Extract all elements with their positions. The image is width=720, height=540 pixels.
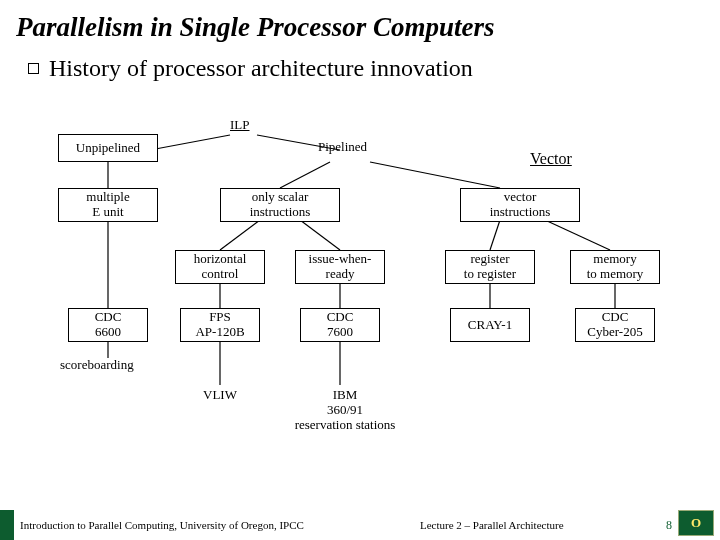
footer: Introduction to Parallel Computing, Univ… <box>0 510 720 540</box>
txt: Cyber-205 <box>587 325 642 340</box>
txt: horizontal <box>194 252 247 267</box>
subtitle-row: History of processor architecture innova… <box>0 47 720 82</box>
page-number: 8 <box>666 518 672 533</box>
txt: instructions <box>250 205 311 220</box>
svg-line-7 <box>490 220 500 250</box>
node-cdc-6600: CDC 6600 <box>68 308 148 342</box>
svg-line-3 <box>280 162 330 188</box>
node-pipelined: Pipelined <box>318 140 367 155</box>
node-vector: Vector <box>530 150 572 168</box>
txt: CRAY-1 <box>468 318 512 333</box>
footer-mid-text: Lecture 2 – Parallel Architecture <box>420 519 564 531</box>
txt: multiple <box>86 190 129 205</box>
node-fps-ap120b: FPS AP-120B <box>180 308 260 342</box>
txt: instructions <box>490 205 551 220</box>
node-issue-when-ready: issue-when- ready <box>295 250 385 284</box>
node-memory-to-memory: memory to memory <box>570 250 660 284</box>
txt: reservation stations <box>280 418 410 433</box>
txt: CDC <box>602 310 629 325</box>
txt: FPS <box>209 310 231 325</box>
svg-line-6 <box>300 220 340 250</box>
node-cdc-cyber205: CDC Cyber-205 <box>575 308 655 342</box>
node-only-scalar: only scalar instructions <box>220 188 340 222</box>
txt: 360/91 <box>280 403 410 418</box>
node-register-to-register: register to register <box>445 250 535 284</box>
slide-title: Parallelism in Single Processor Computer… <box>0 0 720 47</box>
uo-logo-icon: O <box>678 510 714 536</box>
txt: AP-120B <box>195 325 244 340</box>
node-vector-instr: vector instructions <box>460 188 580 222</box>
txt: to register <box>464 267 516 282</box>
txt: 7600 <box>327 325 353 340</box>
node-vliw: VLIW <box>203 388 237 403</box>
node-ibm-360-91: IBM 360/91 reservation stations <box>280 388 410 433</box>
node-unpipelined: Unpipelined <box>58 134 158 162</box>
diagram: ILP Unpipelined Pipelined Vector multipl… <box>0 110 720 480</box>
txt: memory <box>593 252 636 267</box>
node-cdc-7600: CDC 7600 <box>300 308 380 342</box>
txt: 6600 <box>95 325 121 340</box>
txt: to memory <box>587 267 644 282</box>
txt: issue-when- <box>309 252 372 267</box>
node-multiple-eunit: multiple E unit <box>58 188 158 222</box>
node-horizontal-control: horizontal control <box>175 250 265 284</box>
subtitle: History of processor architecture innova… <box>49 55 473 82</box>
svg-line-0 <box>150 135 230 150</box>
txt: register <box>471 252 510 267</box>
txt: ready <box>326 267 355 282</box>
node-cray-1: CRAY-1 <box>450 308 530 342</box>
txt: E unit <box>92 205 123 220</box>
txt: CDC <box>327 310 354 325</box>
node-scoreboarding: scoreboarding <box>60 358 134 373</box>
footer-accent <box>0 510 14 540</box>
footer-left-text: Introduction to Parallel Computing, Univ… <box>20 519 304 531</box>
txt: control <box>202 267 239 282</box>
node-ilp: ILP <box>230 118 250 133</box>
txt: IBM <box>280 388 410 403</box>
txt: vector <box>504 190 536 205</box>
bullet-icon <box>28 63 39 74</box>
txt: only scalar <box>252 190 309 205</box>
txt: CDC <box>95 310 122 325</box>
svg-line-4 <box>370 162 500 188</box>
svg-line-8 <box>545 220 610 250</box>
node-unpipelined-label: Unpipelined <box>76 141 140 156</box>
svg-line-5 <box>220 220 260 250</box>
